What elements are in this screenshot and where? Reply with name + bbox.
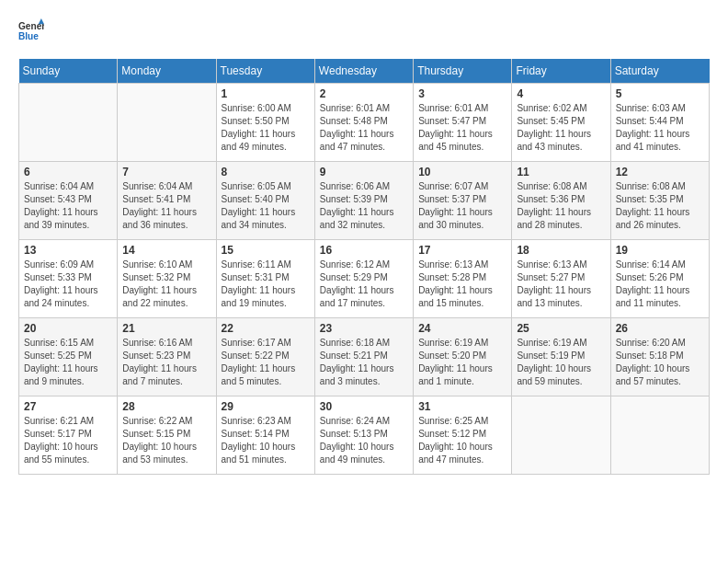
calendar-week-row: 13Sunrise: 6:09 AM Sunset: 5:33 PM Dayli… [19, 240, 710, 318]
day-number: 28 [122, 400, 210, 413]
weekday-header: Thursday [414, 59, 512, 84]
day-info: Sunrise: 6:18 AM Sunset: 5:21 PM Dayligh… [320, 337, 408, 388]
calendar-cell: 9Sunrise: 6:06 AM Sunset: 5:39 PM Daylig… [314, 162, 413, 240]
day-info: Sunrise: 6:21 AM Sunset: 5:17 PM Dayligh… [24, 415, 112, 466]
day-info: Sunrise: 6:10 AM Sunset: 5:32 PM Dayligh… [122, 259, 210, 310]
calendar-cell: 28Sunrise: 6:22 AM Sunset: 5:15 PM Dayli… [118, 396, 216, 475]
day-number: 7 [122, 166, 210, 178]
calendar-cell: 8Sunrise: 6:05 AM Sunset: 5:40 PM Daylig… [216, 162, 314, 240]
day-number: 5 [616, 87, 704, 100]
calendar-cell: 31Sunrise: 6:25 AM Sunset: 5:12 PM Dayli… [414, 396, 512, 475]
calendar-cell: 6Sunrise: 6:04 AM Sunset: 5:43 PM Daylig… [19, 162, 118, 240]
day-info: Sunrise: 6:25 AM Sunset: 5:12 PM Dayligh… [418, 415, 506, 466]
day-info: Sunrise: 6:19 AM Sunset: 5:19 PM Dayligh… [517, 337, 605, 388]
day-number: 23 [320, 322, 408, 335]
svg-text:Blue: Blue [18, 31, 39, 41]
day-number: 9 [320, 166, 408, 178]
calendar-week-row: 27Sunrise: 6:21 AM Sunset: 5:17 PM Dayli… [19, 396, 710, 475]
weekday-header: Friday [512, 59, 610, 84]
day-number: 6 [24, 166, 112, 178]
calendar-week-row: 20Sunrise: 6:15 AM Sunset: 5:25 PM Dayli… [19, 318, 710, 396]
calendar-cell: 2Sunrise: 6:01 AM Sunset: 5:48 PM Daylig… [314, 84, 413, 162]
day-number: 3 [418, 87, 506, 100]
day-info: Sunrise: 6:24 AM Sunset: 5:13 PM Dayligh… [320, 415, 408, 466]
day-info: Sunrise: 6:19 AM Sunset: 5:20 PM Dayligh… [418, 337, 506, 388]
calendar-cell: 11Sunrise: 6:08 AM Sunset: 5:36 PM Dayli… [512, 162, 610, 240]
calendar-cell: 4Sunrise: 6:02 AM Sunset: 5:45 PM Daylig… [512, 84, 610, 162]
day-number: 2 [320, 87, 408, 100]
calendar-cell: 10Sunrise: 6:07 AM Sunset: 5:37 PM Dayli… [414, 162, 512, 240]
calendar-body: 1Sunrise: 6:00 AM Sunset: 5:50 PM Daylig… [19, 84, 710, 475]
day-number: 15 [222, 244, 310, 257]
day-info: Sunrise: 6:14 AM Sunset: 5:26 PM Dayligh… [616, 259, 704, 310]
day-info: Sunrise: 6:00 AM Sunset: 5:50 PM Dayligh… [222, 102, 310, 154]
day-number: 12 [616, 166, 704, 178]
day-number: 29 [222, 400, 310, 413]
day-info: Sunrise: 6:13 AM Sunset: 5:27 PM Dayligh… [517, 259, 605, 310]
day-number: 27 [24, 400, 112, 413]
calendar-cell: 29Sunrise: 6:23 AM Sunset: 5:14 PM Dayli… [216, 396, 314, 475]
day-number: 19 [616, 244, 704, 257]
day-info: Sunrise: 6:02 AM Sunset: 5:45 PM Dayligh… [517, 102, 605, 154]
logo-icon: General Blue [18, 18, 44, 44]
calendar-cell: 17Sunrise: 6:13 AM Sunset: 5:28 PM Dayli… [414, 240, 512, 318]
day-number: 21 [122, 322, 210, 335]
calendar-cell: 25Sunrise: 6:19 AM Sunset: 5:19 PM Dayli… [512, 318, 610, 396]
calendar-cell: 13Sunrise: 6:09 AM Sunset: 5:33 PM Dayli… [19, 240, 118, 318]
day-info: Sunrise: 6:15 AM Sunset: 5:25 PM Dayligh… [24, 337, 112, 388]
day-info: Sunrise: 6:16 AM Sunset: 5:23 PM Dayligh… [122, 337, 210, 388]
weekday-header: Tuesday [216, 59, 314, 84]
day-number: 8 [222, 166, 310, 178]
weekday-header: Wednesday [314, 59, 413, 84]
calendar-week-row: 1Sunrise: 6:00 AM Sunset: 5:50 PM Daylig… [19, 84, 710, 162]
calendar-table: SundayMondayTuesdayWednesdayThursdayFrid… [18, 59, 710, 475]
day-number: 11 [517, 166, 605, 178]
day-info: Sunrise: 6:08 AM Sunset: 5:35 PM Dayligh… [616, 180, 704, 232]
calendar-cell: 12Sunrise: 6:08 AM Sunset: 5:35 PM Dayli… [610, 162, 709, 240]
calendar-week-row: 6Sunrise: 6:04 AM Sunset: 5:43 PM Daylig… [19, 162, 710, 240]
day-info: Sunrise: 6:17 AM Sunset: 5:22 PM Dayligh… [222, 337, 310, 388]
day-number: 4 [517, 87, 605, 100]
calendar-cell [512, 396, 610, 475]
weekday-header: Sunday [19, 59, 118, 84]
calendar-cell: 18Sunrise: 6:13 AM Sunset: 5:27 PM Dayli… [512, 240, 610, 318]
calendar-cell: 26Sunrise: 6:20 AM Sunset: 5:18 PM Dayli… [610, 318, 709, 396]
calendar-cell [610, 396, 709, 475]
day-info: Sunrise: 6:11 AM Sunset: 5:31 PM Dayligh… [222, 259, 310, 310]
weekday-header: Saturday [610, 59, 709, 84]
page-header: General Blue [18, 18, 710, 44]
day-info: Sunrise: 6:23 AM Sunset: 5:14 PM Dayligh… [222, 415, 310, 466]
calendar-cell: 22Sunrise: 6:17 AM Sunset: 5:22 PM Dayli… [216, 318, 314, 396]
calendar-cell [118, 84, 216, 162]
calendar-cell: 1Sunrise: 6:00 AM Sunset: 5:50 PM Daylig… [216, 84, 314, 162]
day-number: 16 [320, 244, 408, 257]
day-info: Sunrise: 6:09 AM Sunset: 5:33 PM Dayligh… [24, 259, 112, 310]
calendar-cell: 3Sunrise: 6:01 AM Sunset: 5:47 PM Daylig… [414, 84, 512, 162]
calendar-header-row: SundayMondayTuesdayWednesdayThursdayFrid… [19, 59, 710, 84]
day-number: 20 [24, 322, 112, 335]
day-info: Sunrise: 6:01 AM Sunset: 5:47 PM Dayligh… [418, 102, 506, 154]
day-info: Sunrise: 6:12 AM Sunset: 5:29 PM Dayligh… [320, 259, 408, 310]
calendar-cell: 20Sunrise: 6:15 AM Sunset: 5:25 PM Dayli… [19, 318, 118, 396]
day-info: Sunrise: 6:07 AM Sunset: 5:37 PM Dayligh… [418, 180, 506, 232]
day-number: 25 [517, 322, 605, 335]
day-number: 14 [122, 244, 210, 257]
calendar-cell [19, 84, 118, 162]
day-number: 1 [222, 87, 310, 100]
day-number: 13 [24, 244, 112, 257]
calendar-cell: 27Sunrise: 6:21 AM Sunset: 5:17 PM Dayli… [19, 396, 118, 475]
day-number: 26 [616, 322, 704, 335]
day-number: 17 [418, 244, 506, 257]
day-info: Sunrise: 6:05 AM Sunset: 5:40 PM Dayligh… [222, 180, 310, 232]
day-number: 18 [517, 244, 605, 257]
day-info: Sunrise: 6:22 AM Sunset: 5:15 PM Dayligh… [122, 415, 210, 466]
day-info: Sunrise: 6:08 AM Sunset: 5:36 PM Dayligh… [517, 180, 605, 232]
day-number: 31 [418, 400, 506, 413]
day-number: 22 [222, 322, 310, 335]
day-info: Sunrise: 6:04 AM Sunset: 5:43 PM Dayligh… [24, 180, 112, 232]
calendar-cell: 7Sunrise: 6:04 AM Sunset: 5:41 PM Daylig… [118, 162, 216, 240]
calendar-cell: 15Sunrise: 6:11 AM Sunset: 5:31 PM Dayli… [216, 240, 314, 318]
logo: General Blue [18, 18, 44, 44]
calendar-cell: 21Sunrise: 6:16 AM Sunset: 5:23 PM Dayli… [118, 318, 216, 396]
weekday-header: Monday [118, 59, 216, 84]
